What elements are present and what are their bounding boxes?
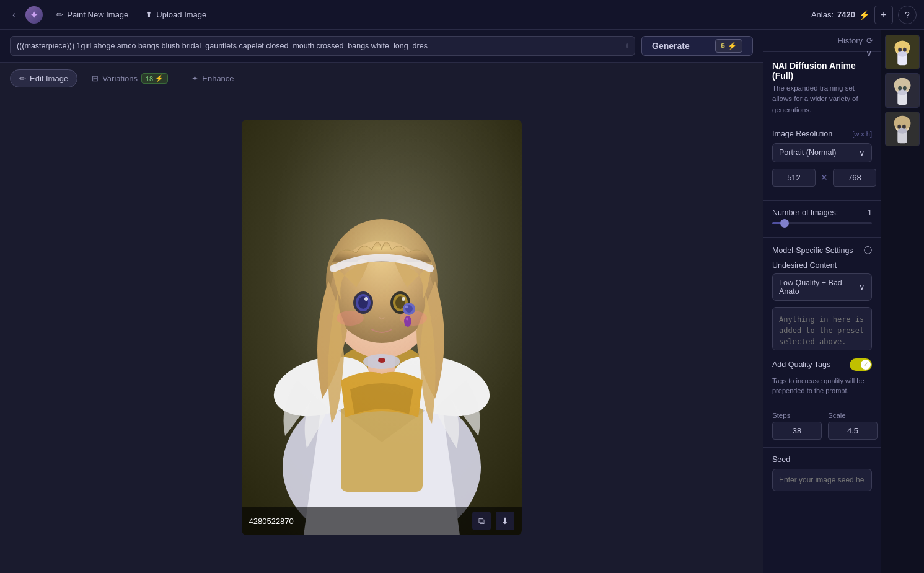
- seed-input[interactable]: [772, 469, 872, 491]
- quality-tags-toggle[interactable]: ✓: [850, 358, 872, 371]
- height-input[interactable]: [833, 169, 876, 187]
- prompt-input[interactable]: [17, 42, 626, 50]
- steps-label: Steps: [772, 412, 822, 419]
- history-thumb-3[interactable]: [885, 112, 920, 146]
- quality-tags-row: Add Quality Tags ✓: [772, 358, 872, 371]
- tab-variations-label: Variations: [102, 74, 138, 83]
- image-seed: 4280522870: [249, 517, 294, 526]
- badge-count: 18: [146, 75, 153, 82]
- tab-edit-image[interactable]: ✏ Edit Image: [10, 69, 77, 87]
- sidebar-settings: History ⟳ NAI Diffusion Anime (Full) The…: [763, 30, 881, 573]
- right-sidebar: History ⟳ NAI Diffusion Anime (Full) The…: [763, 30, 924, 573]
- undesired-chevron-icon: ∨: [859, 282, 865, 291]
- badge-icon: ⚡: [155, 74, 164, 82]
- generate-button[interactable]: Generate 6 ⚡: [641, 36, 753, 56]
- seed-label: Seed: [772, 455, 872, 464]
- upload-label: Upload Image: [156, 10, 206, 19]
- copy-seed-button[interactable]: ⧉: [472, 512, 491, 530]
- num-images-slider[interactable]: [772, 222, 872, 224]
- generated-image: [242, 120, 522, 535]
- resolution-preset-dropdown[interactable]: Portrait (Normal) ∨: [772, 143, 872, 162]
- back-button[interactable]: ‹: [7, 7, 20, 23]
- thumb-2-image: [886, 74, 919, 107]
- resolution-label: Image Resolution: [772, 130, 832, 138]
- help-button[interactable]: ?: [898, 6, 917, 24]
- slider-track: [772, 222, 872, 224]
- scroll-indicator: [626, 43, 628, 48]
- prompt-bar: Generate 6 ⚡: [0, 30, 763, 63]
- cost-value: 6: [721, 42, 725, 50]
- cost-icon: ⚡: [728, 42, 737, 50]
- model-expand-button[interactable]: ∨: [866, 48, 872, 58]
- steps-col: Steps: [772, 412, 822, 440]
- variations-badge: 18 ⚡: [141, 73, 168, 84]
- image-area: 4280522870 ⧉ ⬇: [0, 94, 763, 573]
- quality-tags-description: Tags to increase quality will be prepend…: [772, 376, 872, 396]
- svg-point-32: [897, 51, 907, 57]
- svg-rect-27: [242, 120, 522, 535]
- scale-col: Scale: [828, 412, 878, 440]
- enhance-icon: ✦: [191, 74, 198, 83]
- top-navigation: ‹ ✦ ✏ Paint New Image ⬆ Upload Image Anl…: [0, 0, 924, 30]
- anlas-display: Anlas: 7420 ⚡: [811, 10, 869, 20]
- scale-label: Scale: [828, 412, 878, 419]
- steps-scale-section: Steps Scale: [763, 404, 881, 448]
- paint-label: Paint New Image: [67, 10, 128, 19]
- undesired-content-dropdown[interactable]: Low Quality + Bad Anato ∨: [772, 273, 872, 301]
- quality-tags-label: Add Quality Tags: [772, 360, 830, 369]
- tab-enhance-label: Enhance: [202, 74, 234, 83]
- svg-point-34: [903, 48, 907, 52]
- anlas-label: Anlas:: [811, 10, 834, 19]
- model-description: The expanded training set allows for a w…: [772, 83, 866, 115]
- add-anlas-button[interactable]: +: [874, 6, 893, 24]
- thumb-1-image: [886, 35, 919, 69]
- model-title: NAI Diffusion Anime (Full): [772, 61, 866, 81]
- anlas-value: 7420: [837, 10, 855, 19]
- tab-bar: ✏ Edit Image ⊞ Variations 18 ⚡ ✦ Enhance: [0, 63, 763, 94]
- sidebar-header: History ⟳: [763, 30, 881, 52]
- resolution-x-separator: ✕: [821, 172, 828, 182]
- num-images-section: Number of Images: 1: [763, 201, 881, 238]
- model-specific-label: Model-Specific Settings: [772, 246, 853, 255]
- tab-variations[interactable]: ⊞ Variations 18 ⚡: [82, 69, 177, 88]
- svg-point-40: [898, 86, 902, 91]
- info-icon: ⓘ: [864, 245, 872, 256]
- sidebar-inner: History ⟳ NAI Diffusion Anime (Full) The…: [763, 30, 924, 573]
- history-icon: ⟳: [866, 36, 873, 45]
- paint-new-image-button[interactable]: ✏ Paint New Image: [50, 6, 134, 23]
- anlas-icon: ⚡: [859, 10, 869, 20]
- undesired-preset-value: Low Quality + Bad Anato: [779, 278, 859, 296]
- svg-point-47: [897, 125, 901, 129]
- history-label: History: [838, 36, 863, 45]
- num-images-header: Number of Images: 1: [772, 208, 872, 217]
- toggle-knob: ✓: [861, 360, 871, 370]
- resolution-section: Image Resolution [w x h] Portrait (Norma…: [763, 122, 881, 201]
- edit-icon: ✏: [19, 74, 26, 83]
- undesired-content-textarea[interactable]: [772, 307, 872, 350]
- resolution-header: Image Resolution [w x h]: [772, 130, 872, 138]
- dropdown-chevron-icon: ∨: [859, 148, 865, 158]
- generate-cost: 6 ⚡: [715, 39, 742, 53]
- width-input[interactable]: [772, 169, 816, 187]
- prompt-input-wrapper[interactable]: [10, 36, 635, 56]
- svg-point-39: [897, 89, 907, 96]
- num-images-label: Number of Images:: [772, 208, 838, 217]
- upload-image-button[interactable]: ⬆ Upload Image: [139, 6, 213, 23]
- tab-enhance[interactable]: ✦ Enhance: [182, 69, 243, 87]
- main-layout: Generate 6 ⚡ ✏ Edit Image ⊞ Variations 1…: [0, 30, 924, 573]
- download-button[interactable]: ⬇: [496, 512, 514, 530]
- model-specific-section: Model-Specific Settings ⓘ Undesired Cont…: [763, 238, 881, 404]
- paint-icon: ✏: [56, 10, 63, 19]
- steps-input[interactable]: [772, 422, 822, 440]
- svg-point-33: [898, 48, 902, 52]
- variations-icon: ⊞: [92, 74, 99, 83]
- history-thumb-2[interactable]: [885, 73, 920, 108]
- model-section: NAI Diffusion Anime (Full) The expanded …: [763, 52, 881, 122]
- logo-icon: ✦: [25, 6, 43, 24]
- slider-thumb[interactable]: [780, 219, 789, 228]
- history-thumb-1[interactable]: [885, 35, 920, 69]
- scale-input[interactable]: [828, 422, 878, 440]
- history-panel: [881, 30, 924, 573]
- svg-point-41: [903, 86, 907, 91]
- svg-point-46: [897, 128, 907, 134]
